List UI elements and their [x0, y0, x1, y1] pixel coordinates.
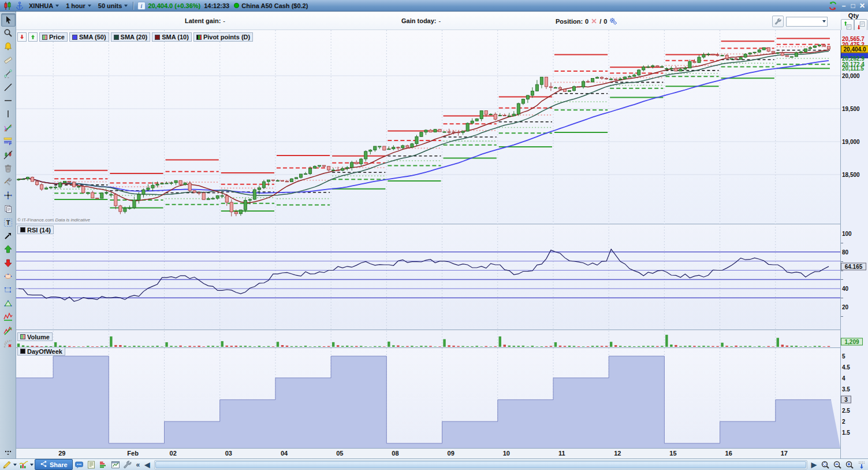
zoom-out-button[interactable]	[832, 460, 843, 469]
collapse-toolbar-button[interactable]: «	[135, 461, 142, 469]
dow-axis-label: 1.5	[842, 429, 850, 435]
x-axis-label: 17	[781, 450, 788, 457]
price-swatch-icon	[42, 35, 47, 40]
legend-sma50[interactable]: SMA (50)	[69, 32, 109, 42]
zoom-tool[interactable]	[1, 27, 14, 39]
triangle-tool[interactable]	[1, 297, 14, 309]
draw-button[interactable]	[1, 460, 12, 469]
scroll-left-button[interactable]: ◀	[143, 461, 151, 469]
chart-canvas[interactable]	[16, 30, 840, 448]
minimize-button[interactable]: –	[840, 1, 848, 11]
app-candles-icon	[2, 1, 13, 10]
rsi-current-box: 64.165	[841, 262, 866, 270]
scrollbar-thumb[interactable]	[155, 461, 806, 468]
order-settings-wrench-icon[interactable]	[772, 16, 784, 27]
volume-swatch-icon	[20, 334, 25, 339]
more-tools-button[interactable]	[1, 446, 14, 458]
chart-type-button[interactable]	[18, 460, 29, 469]
scroll-right-button[interactable]: ▶	[810, 461, 818, 469]
info-icon[interactable]: i	[136, 1, 147, 10]
chevron-down-icon[interactable]	[13, 464, 17, 466]
refresh-icon[interactable]	[827, 1, 839, 11]
dow-axis-label: 4.5	[842, 364, 850, 370]
chart-settings-wrench-icon[interactable]	[122, 460, 133, 469]
timeframe-dropdown[interactable]: 1 hour	[63, 1, 94, 11]
news-button[interactable]	[86, 460, 97, 469]
collapse-panel-button[interactable]	[17, 32, 27, 42]
workspace-anchor-icon[interactable]	[14, 1, 25, 10]
legend-sma20[interactable]: SMA (20)	[111, 32, 151, 42]
rectangle-tool[interactable]	[1, 284, 14, 296]
maximize-button[interactable]: □	[849, 1, 857, 11]
rsi-swatch-icon	[20, 227, 25, 232]
legend-price[interactable]: Price	[39, 32, 68, 42]
price-legend: Price SMA (50) SMA (20) SMA (10) Pivot p…	[17, 32, 253, 42]
account-header: Latent gain:- Gain today:- Position: 0 /…	[16, 12, 840, 30]
expand-panel-button[interactable]	[28, 32, 38, 42]
price-axis-label: 19,500	[842, 105, 860, 112]
comments-button[interactable]	[74, 460, 85, 469]
short-marker-tool[interactable]	[1, 257, 14, 269]
drawing-settings-tool[interactable]	[1, 176, 14, 188]
chevron-down-icon	[822, 20, 826, 23]
move-tool[interactable]	[1, 189, 14, 201]
cursor-tool[interactable]	[1, 13, 16, 27]
dayofweek-legend[interactable]: DayOfWeek	[17, 347, 65, 356]
close-button[interactable]: ✕	[858, 1, 866, 11]
chevron-down-icon[interactable]	[30, 464, 33, 466]
time-scrollbar[interactable]	[154, 460, 807, 469]
rsi-axis-tick	[841, 298, 843, 298]
new-chart-button[interactable]	[110, 460, 121, 469]
x-axis-label: 11	[558, 450, 565, 457]
fib-retracement-tool[interactable]: F	[1, 135, 14, 147]
svg-text:i: i	[140, 3, 142, 9]
rsi-legend[interactable]: RSI (14)	[17, 225, 54, 234]
x-axis-label: 02	[170, 450, 177, 457]
duplicate-tool[interactable]	[1, 203, 14, 215]
x-axis-label: 10	[503, 450, 510, 457]
long-marker-tool[interactable]	[1, 243, 14, 256]
x-axis-label: Feb	[127, 450, 139, 457]
ruler-tool[interactable]	[1, 54, 14, 66]
fib-fan-tool[interactable]	[1, 121, 14, 134]
price-axis-label: 19,000	[842, 138, 860, 145]
sma50-swatch-icon	[72, 35, 77, 40]
segment-tool[interactable]	[1, 68, 14, 80]
zoom-fit-button[interactable]	[819, 460, 830, 469]
delete-drawings-tool[interactable]	[1, 162, 14, 174]
ellipse-tool[interactable]	[1, 271, 14, 283]
text-tool[interactable]: T	[1, 216, 14, 228]
time-axis[interactable]: 29Feb020304050809101112151617	[16, 448, 840, 458]
orderbook-button[interactable]	[98, 460, 109, 469]
arrow-tool[interactable]	[1, 230, 14, 242]
position-settings-gear-icon[interactable]	[609, 17, 617, 25]
legend-pivot-points[interactable]: Pivot points (D)	[193, 32, 253, 42]
elliott-correction-tool[interactable]	[1, 324, 14, 336]
volume-legend[interactable]: Volume	[17, 332, 53, 341]
vertical-line-tool[interactable]	[1, 108, 14, 120]
volume-current-box: 1,209	[841, 338, 863, 346]
pattern-tool[interactable]	[1, 149, 14, 161]
auto-scroll-button[interactable]	[856, 460, 867, 469]
zoom-in-button[interactable]	[844, 460, 855, 469]
alerts-tool[interactable]	[1, 40, 14, 53]
dow-axis-label: 2.5	[842, 408, 850, 414]
rsi-axis-label: 40	[842, 286, 848, 292]
symbol-dropdown[interactable]: XINHUA	[26, 1, 62, 11]
rsi-axis-label: 20	[842, 304, 848, 310]
dow-axis-label: 3.5	[842, 386, 850, 392]
quantity-combobox[interactable]	[786, 17, 828, 27]
share-button[interactable]: Share	[35, 459, 73, 470]
price-axis-label: 18,500	[842, 171, 860, 177]
trendline-tool[interactable]	[1, 81, 14, 93]
elliott-impulse-tool[interactable]	[1, 311, 14, 323]
legend-sma10[interactable]: SMA (10)	[152, 32, 192, 42]
price-axis[interactable]: 20,00019,50019,00018,50020,565.720,475.2…	[840, 30, 868, 458]
gain-today: Gain today:-	[401, 17, 441, 24]
gann-fan-tool[interactable]	[1, 338, 14, 350]
rsi-axis-label: 80	[842, 249, 848, 255]
close-position-icon[interactable]	[591, 18, 597, 24]
horizontal-line-tool[interactable]	[1, 94, 14, 106]
chevron-down-icon	[55, 5, 59, 7]
units-dropdown[interactable]: 50 units	[95, 1, 131, 11]
